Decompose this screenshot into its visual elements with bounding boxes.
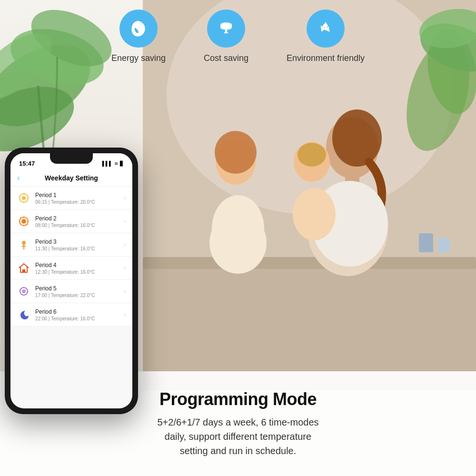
svg-point-55 — [22, 289, 26, 293]
programming-mode-title: Programming Mode — [159, 389, 317, 409]
period-item-1[interactable]: Period 1 06:15 | Temperature: 20.0°C › — [10, 187, 132, 210]
feature-energy-saving: Energy saving — [111, 10, 166, 63]
period-5-name: Period 5 — [35, 285, 124, 292]
app-header: ‹ Weekday Setting — [10, 170, 132, 187]
phone-mockup: 15:47 ▌▌▌ ≋ ▊ ‹ Weekday Setting — [5, 148, 138, 414]
period-item-5[interactable]: Period 5 17:00 | Temperature: 22.0°C › — [10, 280, 132, 303]
phone-notch — [50, 153, 93, 164]
cost-saving-label: Cost saving — [204, 53, 248, 63]
period-item-2[interactable]: Period 2 08:00 | Temperature: 16.0°C › — [10, 210, 132, 233]
period-4-chevron: › — [124, 265, 126, 271]
feature-environment: Environment friendly — [287, 10, 365, 63]
svg-rect-32 — [419, 233, 433, 252]
period-1-icon — [17, 191, 30, 205]
period-4-detail: 12:30 | Temperature: 16.0°C — [35, 269, 124, 275]
coins-icon — [216, 18, 237, 39]
period-2-detail: 08:00 | Temperature: 16.0°C — [35, 223, 124, 228]
period-5-icon — [17, 285, 30, 298]
energy-saving-label: Energy saving — [111, 53, 166, 63]
back-button[interactable]: ‹ — [17, 174, 20, 182]
phone-container: 15:47 ▌▌▌ ≋ ▊ ‹ Weekday Setting — [5, 148, 138, 414]
period-item-3[interactable]: Period 3 11:30 | Temperature: 16.0°C › — [10, 233, 132, 257]
period-list: Period 1 06:15 | Temperature: 20.0°C › P… — [10, 187, 132, 327]
svg-rect-17 — [143, 257, 476, 269]
period-2-name: Period 2 — [35, 215, 124, 222]
period-4-info: Period 4 12:30 | Temperature: 16.0°C — [35, 262, 124, 275]
svg-point-28 — [215, 131, 257, 174]
period-3-chevron: › — [124, 241, 126, 248]
phone-screen: 15:47 ▌▌▌ ≋ ▊ ‹ Weekday Setting — [10, 153, 132, 408]
period-2-chevron: › — [124, 218, 126, 225]
period-6-detail: 22:00 | Temperature: 16.0°C — [35, 316, 124, 321]
period-6-name: Period 6 — [35, 308, 124, 315]
period-1-name: Period 1 — [35, 192, 124, 198]
energy-saving-icon-circle — [119, 10, 158, 48]
period-item-4[interactable]: Period 4 12:30 | Temperature: 16.0°C › — [10, 257, 132, 280]
svg-rect-33 — [438, 238, 450, 252]
environment-label: Environment friendly — [287, 53, 365, 63]
svg-point-25 — [298, 143, 326, 167]
signal-icon: ▌▌▌ — [102, 161, 112, 166]
period-item-6[interactable]: Period 6 22:00 | Temperature: 16.0°C › — [10, 303, 132, 327]
svg-point-20 — [332, 109, 382, 167]
period-1-info: Period 1 06:15 | Temperature: 20.0°C — [35, 192, 124, 205]
period-2-info: Period 2 08:00 | Temperature: 16.0°C — [35, 215, 124, 228]
period-6-info: Period 6 22:00 | Temperature: 16.0°C — [35, 308, 124, 321]
environment-icon-circle — [307, 10, 345, 48]
status-icons: ▌▌▌ ≋ ▊ — [102, 161, 124, 166]
period-1-chevron: › — [124, 195, 126, 201]
period-3-info: Period 3 11:30 | Temperature: 16.0°C — [35, 238, 124, 251]
status-time: 15:47 — [19, 160, 35, 167]
battery-icon: ▊ — [120, 161, 124, 166]
svg-rect-13 — [225, 28, 227, 31]
svg-rect-53 — [22, 269, 25, 272]
period-6-chevron: › — [124, 311, 126, 318]
recycle-icon — [315, 18, 336, 39]
svg-point-29 — [209, 212, 267, 274]
svg-point-41 — [21, 219, 26, 224]
period-6-icon — [17, 308, 30, 321]
period-2-icon — [17, 215, 30, 228]
programming-mode-description: 5+2/6+1/7 days a week, 6 time-modesdaily… — [157, 415, 318, 458]
period-3-name: Period 3 — [35, 238, 124, 245]
period-3-detail: 11:30 | Temperature: 16.0°C — [35, 246, 124, 251]
feature-cost-saving: Cost saving — [204, 10, 248, 63]
cost-saving-icon-circle — [207, 10, 245, 48]
svg-point-23 — [293, 188, 336, 240]
svg-point-35 — [22, 196, 26, 200]
period-5-info: Period 5 17:00 | Temperature: 22.0°C — [35, 285, 124, 298]
leaf-icon — [128, 18, 149, 39]
period-5-chevron: › — [124, 288, 126, 295]
period-4-icon — [17, 261, 30, 275]
header-title: Weekday Setting — [45, 174, 98, 182]
features-row: Energy saving Cost saving — [0, 10, 476, 63]
period-3-icon — [17, 238, 30, 251]
period-1-detail: 06:15 | Temperature: 20.0°C — [35, 199, 124, 205]
wifi-icon: ≋ — [114, 161, 118, 166]
period-4-name: Period 4 — [35, 262, 124, 268]
period-5-detail: 17:00 | Temperature: 22.0°C — [35, 293, 124, 298]
